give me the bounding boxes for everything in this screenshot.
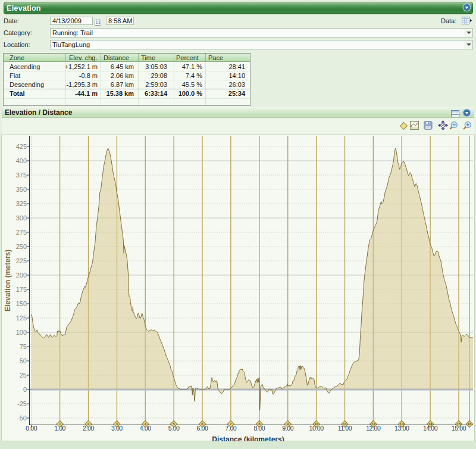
svg-text:225: 225 bbox=[16, 257, 27, 264]
svg-text:0.00: 0.00 bbox=[26, 425, 37, 432]
svg-text:100: 100 bbox=[16, 329, 27, 336]
svg-text:13: 13 bbox=[400, 422, 404, 426]
svg-text:75: 75 bbox=[20, 343, 27, 350]
svg-text:250: 250 bbox=[16, 243, 27, 250]
svg-text:25: 25 bbox=[20, 372, 27, 379]
svg-text:-50: -50 bbox=[17, 414, 27, 422]
svg-text:200: 200 bbox=[16, 272, 27, 279]
svg-text:12: 12 bbox=[371, 422, 375, 426]
svg-text:350: 350 bbox=[16, 186, 27, 193]
svg-text:150: 150 bbox=[16, 300, 27, 307]
svg-text:15: 15 bbox=[457, 422, 461, 426]
svg-text:Elevation (meters): Elevation (meters) bbox=[4, 250, 12, 311]
svg-text:-25: -25 bbox=[17, 400, 27, 407]
svg-text:400: 400 bbox=[16, 157, 27, 164]
svg-text:14: 14 bbox=[428, 422, 433, 426]
svg-text:50: 50 bbox=[20, 357, 27, 364]
svg-text:300: 300 bbox=[16, 214, 27, 222]
svg-text:425: 425 bbox=[16, 143, 27, 150]
svg-text:11: 11 bbox=[343, 422, 347, 426]
svg-text:175: 175 bbox=[16, 286, 27, 293]
svg-text:325: 325 bbox=[16, 200, 27, 207]
svg-text:10: 10 bbox=[314, 422, 318, 426]
svg-text:0: 0 bbox=[23, 386, 27, 393]
svg-text:16: 16 bbox=[467, 422, 471, 426]
svg-text:125: 125 bbox=[16, 314, 27, 322]
svg-text:275: 275 bbox=[16, 229, 27, 236]
svg-text:375: 375 bbox=[16, 172, 27, 179]
